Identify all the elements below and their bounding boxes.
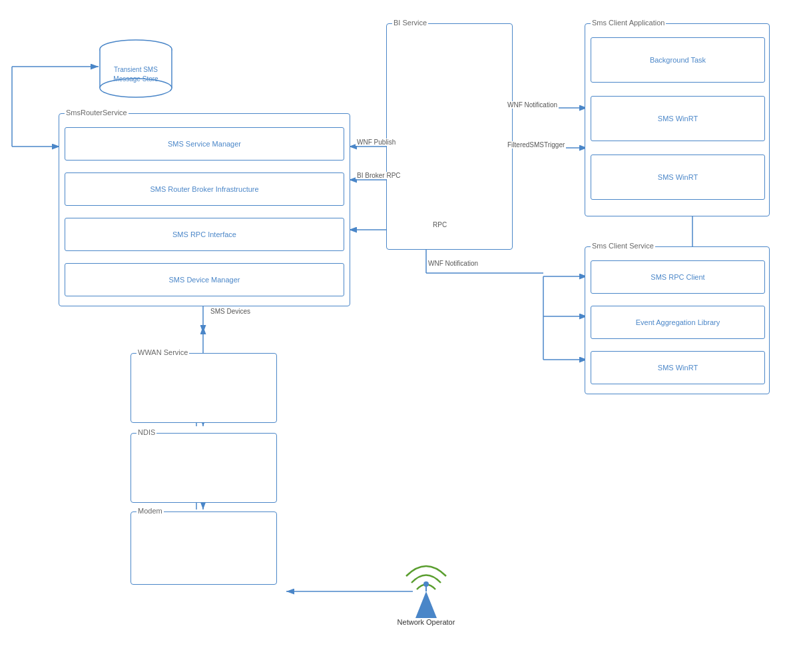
sms-router-service-box: SmsRouterService SMS Service Manager SMS… [59,113,350,306]
sms-winrt-client-app-text: SMS WinRT [655,112,700,125]
sms-rpc-client-box: SMS RPC Client [591,260,765,294]
sms-client-service-label: Sms Client Service [591,242,655,250]
filtered-sms-trigger-label: FilteredSMSTrigger [506,141,566,149]
svg-text:Network Operator: Network Operator [397,618,455,626]
sms-rpc-client-text: SMS RPC Client [648,270,707,284]
network-operator: Network Operator [386,546,466,629]
sms-router-service-label: SmsRouterService [65,109,129,117]
event-aggregation-box: Event Aggregation Library [591,306,765,339]
background-task-box: Background Task [591,37,765,83]
wnf-publish-label: WNF Publish [356,139,397,146]
sms-client-service-box: Sms Client Service SMS RPC Client Event … [585,246,770,394]
sms-winrt-client-app-box: SMS WinRT [591,96,765,141]
sms-device-manager-box: SMS Device Manager [65,263,344,296]
wwan-service-label: WWAN Service [136,348,189,356]
sms-rpc-interface-text: SMS RPC Interface [170,228,239,241]
sms-service-manager-box: SMS Service Manager [65,127,344,161]
sms-router-broker-text: SMS Router Broker Infrastructure [147,182,261,196]
sms-client-app-label: Sms Client Application [591,19,666,27]
rpc-label: RPC [431,221,448,228]
modem-label: Modem [136,507,164,515]
modem-box: Modem [131,511,277,585]
bi-service-label: BI Service [392,19,428,27]
sms-winrt-box2: SMS WinRT [591,155,765,200]
diagram: Transient SMS Message Store SmsRouterSer… [0,0,791,672]
sms-router-broker-box: SMS Router Broker Infrastructure [65,172,344,206]
svg-text:Transient SMS: Transient SMS [114,66,158,73]
transient-sms-store: Transient SMS Message Store [99,39,173,99]
sms-winrt-service-text: SMS WinRT [655,361,700,374]
bi-service-box: BI Service [386,23,513,250]
background-task-text: Background Task [647,53,708,67]
sms-winrt-service-box: SMS WinRT [591,351,765,384]
wnf-notification-top-label: WNF Notification [506,101,559,109]
ndis-box: NDIS [131,433,277,503]
sms-service-manager-text: SMS Service Manager [165,137,244,151]
sms-client-app-box: Sms Client Application Background Task S… [585,23,770,216]
svg-marker-37 [415,591,437,618]
sms-winrt-text2: SMS WinRT [655,170,700,184]
sms-devices-label: SMS Devices [209,308,252,315]
event-aggregation-text: Event Aggregation Library [633,316,723,329]
wnf-notification-bottom-label: WNF Notification [427,260,479,267]
svg-point-39 [423,581,429,587]
svg-text:Message Store: Message Store [113,75,158,83]
bi-broker-rpc-label: BI Broker RPC [356,172,402,179]
wwan-service-box: WWAN Service [131,353,277,423]
sms-device-manager-text: SMS Device Manager [166,273,243,286]
ndis-label: NDIS [136,428,156,436]
sms-rpc-interface-box: SMS RPC Interface [65,218,344,251]
